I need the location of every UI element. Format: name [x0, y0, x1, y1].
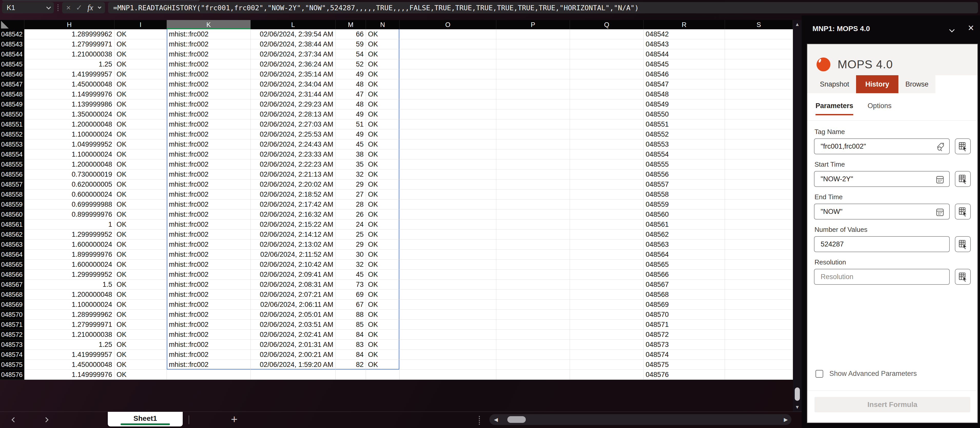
cell[interactable]: mhist::frc002 — [167, 169, 251, 179]
cell[interactable] — [725, 49, 793, 59]
column-header[interactable]: O — [399, 20, 496, 29]
cell[interactable] — [725, 179, 793, 190]
cell[interactable]: 048569 — [644, 300, 725, 310]
cell[interactable]: OK — [115, 370, 167, 380]
cell[interactable]: 1.200000048 — [24, 160, 115, 169]
cell[interactable] — [496, 270, 570, 279]
cell[interactable]: 02/06/2024, 2:31:44 AM — [251, 89, 336, 99]
row-header[interactable]: 048545 — [0, 59, 24, 69]
cell[interactable] — [570, 109, 644, 120]
cell[interactable]: 54 — [336, 49, 366, 59]
cell[interactable] — [399, 330, 496, 340]
cell[interactable]: 02/06/2024, 2:01:31 AM — [251, 340, 336, 350]
cell[interactable]: 02/06/2024, 2:07:21 AM — [251, 290, 336, 300]
cell[interactable]: 1.279999971 — [24, 39, 115, 49]
select-range-button[interactable] — [955, 269, 971, 285]
cell[interactable]: 1.100000024 — [24, 129, 115, 139]
row-header[interactable]: 048565 — [0, 260, 24, 270]
cell[interactable]: 82 — [336, 360, 366, 370]
cell[interactable]: 1.139999986 — [24, 99, 115, 109]
cell[interactable]: 02/06/2024, 2:14:12 AM — [251, 230, 336, 240]
column-header[interactable]: M — [336, 20, 366, 29]
cell[interactable]: 02/06/2024, 2:02:41 AM — [251, 330, 336, 340]
cell[interactable]: 02/06/2024, 2:06:11 AM — [251, 300, 336, 310]
cell[interactable] — [496, 249, 570, 260]
cell[interactable]: OK — [366, 120, 399, 129]
select-range-button[interactable] — [955, 171, 971, 187]
cell[interactable]: 66 — [336, 29, 366, 39]
row-header[interactable]: 048548 — [0, 89, 24, 99]
cell[interactable]: OK — [115, 279, 167, 290]
cell[interactable]: 49 — [336, 69, 366, 79]
cell[interactable]: 02/06/2024, 2:16:32 AM — [251, 209, 336, 219]
row-header[interactable]: 048558 — [0, 190, 24, 200]
cell[interactable]: 048576 — [644, 370, 725, 380]
cell[interactable] — [725, 370, 793, 380]
cell[interactable]: OK — [366, 340, 399, 350]
cell[interactable]: 02/06/2024, 2:23:33 AM — [251, 149, 336, 160]
cell[interactable]: OK — [115, 219, 167, 230]
cell[interactable]: OK — [366, 360, 399, 370]
cell[interactable]: 52 — [336, 59, 366, 69]
cell[interactable] — [496, 120, 570, 129]
cell[interactable] — [570, 160, 644, 169]
cell[interactable]: 49 — [336, 109, 366, 120]
row-header[interactable]: 048546 — [0, 69, 24, 79]
cell[interactable]: OK — [366, 39, 399, 49]
cell[interactable] — [725, 139, 793, 149]
cell[interactable] — [570, 49, 644, 59]
cell[interactable] — [725, 59, 793, 69]
cell[interactable] — [570, 169, 644, 179]
cell[interactable] — [496, 139, 570, 149]
row-header[interactable]: 048566 — [0, 270, 24, 279]
cell[interactable] — [725, 260, 793, 270]
cell[interactable]: 35 — [336, 160, 366, 169]
cell[interactable] — [399, 59, 496, 69]
cell[interactable]: OK — [366, 200, 399, 209]
cell[interactable]: OK — [115, 69, 167, 79]
cell[interactable] — [399, 109, 496, 120]
cell[interactable]: mhist::frc002 — [167, 139, 251, 149]
cell[interactable]: 45 — [336, 270, 366, 279]
cell[interactable]: mhist::frc002 — [167, 330, 251, 340]
cell[interactable] — [570, 240, 644, 249]
end-time-input[interactable]: "NOW" — [814, 204, 950, 219]
cell[interactable] — [496, 169, 570, 179]
cell[interactable]: 1.450000048 — [24, 79, 115, 89]
cell[interactable]: mhist::frc002 — [167, 79, 251, 89]
cell[interactable]: 1.200000048 — [24, 290, 115, 300]
cell[interactable]: mhist::frc002 — [167, 319, 251, 330]
cell[interactable]: OK — [366, 290, 399, 300]
cell[interactable] — [570, 300, 644, 310]
resolution-input[interactable]: Resolution — [814, 269, 950, 285]
cell[interactable]: 048553 — [644, 139, 725, 149]
row-header[interactable]: 048571 — [0, 319, 24, 330]
sheet-tab[interactable]: Sheet1 — [108, 412, 183, 426]
cell[interactable] — [496, 370, 570, 380]
row-header[interactable]: 048573 — [0, 340, 24, 350]
cell[interactable] — [399, 169, 496, 179]
cell[interactable] — [725, 190, 793, 200]
row-header[interactable]: 048557 — [0, 179, 24, 190]
cell[interactable]: OK — [366, 190, 399, 200]
subtab-parameters[interactable]: Parameters — [816, 102, 853, 115]
cell[interactable] — [399, 260, 496, 270]
cell[interactable]: OK — [366, 109, 399, 120]
cell[interactable]: 45 — [336, 139, 366, 149]
cell[interactable]: 1.049999952 — [24, 139, 115, 149]
cell[interactable]: 38 — [336, 149, 366, 160]
cell[interactable] — [725, 319, 793, 330]
cell[interactable]: mhist::frc002 — [167, 279, 251, 290]
cell[interactable] — [336, 370, 366, 380]
cell[interactable] — [496, 310, 570, 319]
cell[interactable]: 84 — [336, 330, 366, 340]
cell[interactable]: 1.100000024 — [24, 149, 115, 160]
row-header[interactable]: 048570 — [0, 310, 24, 319]
row-header[interactable]: 048554 — [0, 149, 24, 160]
cell[interactable]: 02/06/2024, 2:13:02 AM — [251, 240, 336, 249]
tab-history[interactable]: History — [856, 75, 899, 93]
column-header[interactable]: P — [496, 20, 570, 29]
tab-browse[interactable]: Browse — [899, 75, 935, 93]
cell[interactable] — [725, 249, 793, 260]
cell[interactable]: 1.279999971 — [24, 319, 115, 330]
